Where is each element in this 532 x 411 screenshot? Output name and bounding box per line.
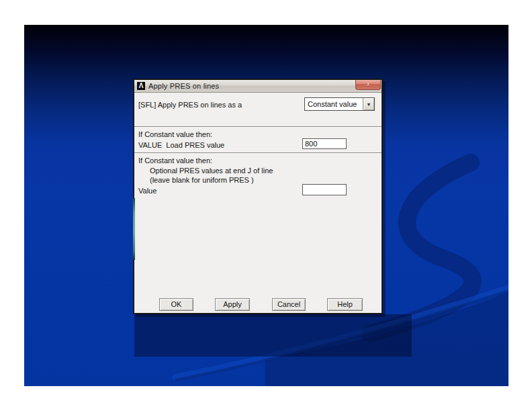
value2-label: Value [138, 187, 157, 195]
apply-button[interactable]: Apply [215, 298, 250, 311]
dialog-body: [SFL] Apply PRES on lines as a Constant … [134, 93, 382, 313]
ok-button[interactable]: OK [159, 298, 193, 311]
help-button[interactable]: Help [327, 298, 363, 311]
method-dropdown[interactable]: Constant value ▼ [304, 97, 375, 111]
end-j-value-input[interactable] [302, 184, 347, 195]
optional-pres-line2: (leave blank for uniform PRES ) [150, 176, 254, 184]
method-dropdown-value: Constant value [305, 100, 363, 108]
section-divider-2 [134, 152, 382, 154]
load-pres-value-input[interactable] [302, 138, 347, 149]
dialog-title: Apply PRES on lines [148, 82, 219, 90]
slide-background: Λ Apply PRES on lines x [SFL] Apply PRES… [24, 25, 508, 386]
screenshot-stage: Λ Apply PRES on lines x [SFL] Apply PRES… [0, 0, 532, 411]
ansys-logo-icon: Λ [137, 82, 145, 90]
dialog-titlebar[interactable]: Λ Apply PRES on lines x [134, 80, 382, 93]
cancel-button[interactable]: Cancel [272, 298, 306, 311]
section1-header: If Constant value then: [138, 130, 212, 138]
value-label: VALUE Load PRES value [138, 141, 224, 149]
command-label: [SFL] Apply PRES on lines as a [138, 101, 242, 109]
dialog-paste-shadow [134, 314, 412, 357]
apply-pres-dialog: Λ Apply PRES on lines x [SFL] Apply PRES… [133, 79, 383, 314]
section-divider-1 [134, 126, 382, 128]
optional-pres-line1: Optional PRES values at end J of line [150, 167, 273, 175]
close-icon[interactable]: x [355, 80, 381, 90]
section2-header: If Constant value then: [138, 156, 212, 165]
chevron-down-icon[interactable]: ▼ [363, 98, 374, 110]
